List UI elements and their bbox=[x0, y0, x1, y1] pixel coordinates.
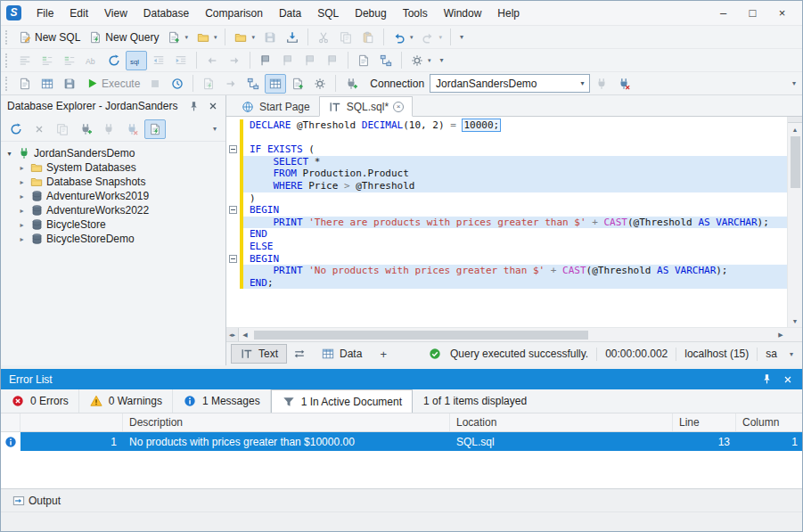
filter-0-warnings[interactable]: 0 Warnings bbox=[79, 389, 173, 413]
column-header-line[interactable]: Line bbox=[673, 413, 736, 431]
sql-formatting-button[interactable]: sql bbox=[126, 51, 147, 70]
code-line-3[interactable]: IF EXISTS ( bbox=[226, 143, 787, 156]
decrease-indent-button[interactable] bbox=[148, 51, 169, 70]
add-results-tab-button[interactable]: + bbox=[373, 344, 394, 364]
new-results-tab-button[interactable] bbox=[287, 74, 308, 94]
scroll-left-icon[interactable]: ◀ bbox=[239, 328, 251, 341]
close-icon[interactable] bbox=[207, 100, 219, 112]
document-outline-button[interactable] bbox=[353, 51, 374, 70]
pin-icon[interactable] bbox=[187, 100, 200, 112]
results-tab-text[interactable]: Text bbox=[231, 344, 287, 364]
maximize-button[interactable]: □ bbox=[738, 4, 767, 23]
code-line-6[interactable]: WHERE Price > @Threshold bbox=[226, 180, 787, 192]
new-sql-button[interactable]: New SQL bbox=[14, 28, 84, 47]
menu-comparison[interactable]: Comparison bbox=[197, 4, 271, 23]
scrollbar-thumb[interactable] bbox=[254, 331, 588, 340]
scrollbar-thumb[interactable] bbox=[791, 136, 800, 188]
tree-item-adventureworks2019[interactable]: ▸AdventureWorks2019 bbox=[1, 189, 225, 203]
tree-item-adventureworks2022[interactable]: ▸AdventureWorks2022 bbox=[1, 203, 225, 217]
undo-button[interactable]: ▾ bbox=[389, 28, 417, 47]
duplicate-object-button[interactable] bbox=[52, 119, 73, 139]
connect-button[interactable] bbox=[98, 119, 119, 139]
uncomment-button[interactable] bbox=[59, 51, 80, 70]
menu-view[interactable]: View bbox=[96, 4, 135, 23]
code-line-10[interactable]: END bbox=[226, 228, 787, 241]
toggle-bookmark-button[interactable] bbox=[255, 51, 276, 70]
vertical-scrollbar[interactable]: ▲ ▼ bbox=[787, 117, 802, 327]
menu-window[interactable]: Window bbox=[436, 4, 490, 23]
results-pane-button[interactable] bbox=[265, 74, 286, 94]
clear-bookmarks-button[interactable] bbox=[322, 51, 343, 70]
swap-panes-button[interactable] bbox=[289, 344, 310, 364]
minimize-button[interactable]: – bbox=[709, 4, 738, 23]
filter-1-in-active-document[interactable]: 1 In Active Document bbox=[271, 389, 413, 413]
close-button[interactable]: × bbox=[767, 4, 797, 23]
chevron-collapsed-icon[interactable]: ▸ bbox=[17, 235, 27, 243]
column-header-location[interactable]: Location bbox=[450, 413, 673, 431]
query-builder-button[interactable] bbox=[375, 51, 397, 70]
query-options-button[interactable] bbox=[309, 74, 331, 94]
menu-data[interactable]: Data bbox=[271, 4, 309, 23]
change-case-button[interactable]: Ab bbox=[81, 51, 102, 70]
splitter-handle[interactable] bbox=[788, 117, 802, 123]
increase-indent-button[interactable] bbox=[170, 51, 192, 70]
refresh-button[interactable] bbox=[5, 119, 27, 139]
toolbar-overflow-button[interactable]: ▾ bbox=[455, 33, 468, 41]
tree-item-system-databases[interactable]: ▸System Databases bbox=[1, 160, 225, 175]
previous-bookmark-button[interactable] bbox=[277, 51, 299, 70]
chevron-collapsed-icon[interactable]: ▸ bbox=[17, 221, 27, 229]
navigate-back-button[interactable] bbox=[201, 51, 223, 70]
chevron-expanded-icon[interactable]: ▾ bbox=[4, 150, 14, 158]
code-line-11[interactable]: ELSE bbox=[226, 241, 787, 253]
column-header-description[interactable]: Description bbox=[123, 413, 450, 431]
horizontal-scrollbar[interactable]: ◂▸ ◀ ▶ bbox=[226, 327, 802, 341]
status-overflow-button[interactable]: ▾ bbox=[785, 350, 798, 358]
fold-collapse-icon[interactable] bbox=[229, 206, 237, 214]
format-document-button[interactable] bbox=[14, 51, 36, 70]
tree-item-jordansandersdemo[interactable]: ▾JordanSandersDemo bbox=[1, 146, 225, 160]
navigate-forward-button[interactable] bbox=[224, 51, 245, 70]
chevron-collapsed-icon[interactable]: ▸ bbox=[17, 178, 27, 186]
error-list-row[interactable]: 1No products with prices greater than $1… bbox=[1, 432, 802, 451]
code-line-14[interactable]: END; bbox=[226, 277, 787, 290]
copy-button[interactable] bbox=[335, 28, 356, 47]
new-connection-button[interactable] bbox=[75, 119, 96, 139]
filter-0-errors[interactable]: 0 Errors bbox=[1, 389, 79, 413]
pin-icon[interactable] bbox=[760, 373, 773, 386]
splitter-handle[interactable]: ◂▸ bbox=[226, 328, 239, 341]
menu-tools[interactable]: Tools bbox=[395, 4, 436, 23]
menu-file[interactable]: File bbox=[29, 4, 61, 23]
scroll-right-icon[interactable]: ▶ bbox=[774, 328, 787, 341]
refresh-highlighting-button[interactable] bbox=[103, 51, 125, 70]
close-tab-icon[interactable]: × bbox=[393, 102, 404, 112]
paste-button[interactable] bbox=[357, 28, 379, 47]
menu-debug[interactable]: Debug bbox=[347, 4, 394, 23]
toolbar-overflow-button[interactable]: ▾ bbox=[788, 79, 800, 87]
connection-combo[interactable]: JordanSandersDemo▾ bbox=[430, 74, 590, 93]
editor-options-button[interactable]: ▾ bbox=[406, 51, 435, 70]
comment-button[interactable] bbox=[37, 51, 58, 70]
code-line-4[interactable]: SELECT * bbox=[226, 156, 787, 168]
filter-1-messages[interactable]: 1 Messages bbox=[173, 389, 271, 413]
new-connection-button[interactable] bbox=[340, 74, 362, 94]
fold-collapse-icon[interactable] bbox=[229, 255, 237, 263]
query-history-button[interactable] bbox=[167, 74, 188, 94]
scroll-down-icon[interactable]: ▼ bbox=[788, 315, 802, 327]
chevron-collapsed-icon[interactable]: ▸ bbox=[17, 164, 27, 172]
menu-edit[interactable]: Edit bbox=[61, 4, 96, 23]
toolbar-overflow-button[interactable]: ▾ bbox=[436, 56, 448, 64]
save-all-button[interactable] bbox=[282, 28, 303, 47]
results-to-grid-button[interactable] bbox=[37, 74, 58, 94]
next-bookmark-button[interactable] bbox=[299, 51, 321, 70]
menu-help[interactable]: Help bbox=[489, 4, 528, 23]
column-header-1[interactable] bbox=[20, 413, 123, 431]
toolbar-overflow-button[interactable]: ▾ bbox=[209, 125, 221, 133]
code-line-12[interactable]: BEGIN bbox=[226, 253, 787, 266]
script-object-button[interactable] bbox=[144, 119, 166, 139]
disconnect-button[interactable] bbox=[613, 74, 635, 94]
menu-database[interactable]: Database bbox=[135, 4, 197, 23]
new-query-button[interactable]: New Query bbox=[85, 28, 162, 47]
connect-button[interactable] bbox=[591, 74, 612, 94]
disconnect-button[interactable] bbox=[121, 119, 143, 139]
column-header-column[interactable]: Column bbox=[736, 413, 803, 431]
